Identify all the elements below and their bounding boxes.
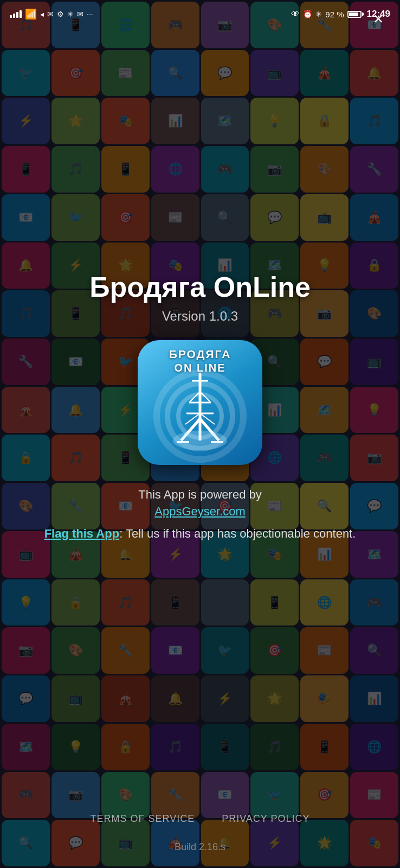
email-icon: ✉ xyxy=(47,10,54,18)
mail2-icon: ✉ xyxy=(77,10,83,18)
app-version: Version 1.0.3 xyxy=(162,309,238,324)
appsgeyser-link[interactable]: AppsGeyser.com xyxy=(154,505,246,518)
privacy-policy-link[interactable]: PRIVACY POLICY xyxy=(222,813,309,825)
build-info: Build 2.16.s xyxy=(0,841,400,853)
flag-section: Flag this App: Tell us if this app has o… xyxy=(44,525,356,543)
close-button[interactable]: × xyxy=(366,7,390,30)
main-content: Бродяга OnLine Version 1.0.3 xyxy=(0,0,400,868)
terms-of-service-link[interactable]: TERMS OF SERVICE xyxy=(90,813,195,825)
app-title: Бродяга OnLine xyxy=(89,271,311,303)
battery-icon xyxy=(347,11,364,18)
alarm-icon: ⏰ xyxy=(303,10,312,18)
bluetooth-icon: ✳ xyxy=(315,10,322,18)
flag-this-app-link[interactable]: Flag this App xyxy=(44,527,120,540)
status-left: 📶 ◂ ✉ ⚙ ✳ ✉ ··· xyxy=(10,8,93,20)
bottom-links: TERMS OF SERVICE PRIVACY POLICY xyxy=(0,813,400,825)
svg-point-15 xyxy=(173,431,227,450)
eye-icon: 👁 xyxy=(291,9,300,19)
dots-icon: ··· xyxy=(87,10,93,18)
app-icon: БРОДЯГА ON LINE xyxy=(138,340,262,465)
signal-icon xyxy=(10,10,22,18)
icon-text-line1: БРОДЯГА xyxy=(138,348,262,361)
wifi-icon: 📶 xyxy=(25,8,37,20)
asterisk-icon: ✳ xyxy=(67,10,74,18)
icon-text-line2: ON LINE xyxy=(138,362,262,374)
battery-percent: 92 % xyxy=(325,10,344,19)
status-bar: 📶 ◂ ✉ ⚙ ✳ ✉ ··· 👁 ⏰ ✳ 92 % 12:49 xyxy=(0,0,400,28)
bug-icon: ⚙ xyxy=(57,10,64,18)
powered-by-text: This App is powered by AppsGeyser.com xyxy=(138,487,261,520)
navigation-icon: ◂ xyxy=(40,10,44,18)
